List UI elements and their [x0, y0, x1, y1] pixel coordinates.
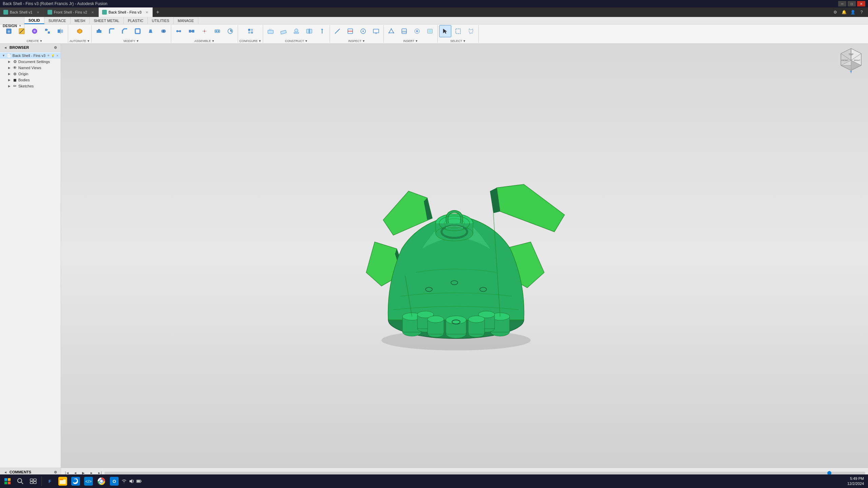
origin-expand[interactable]: ▶: [7, 72, 12, 76]
tab-account-button[interactable]: 👤: [849, 8, 856, 16]
tab-close-btn[interactable]: ✕: [36, 10, 40, 15]
assemble-group-label[interactable]: ASSEMBLE ▼: [194, 39, 214, 43]
draft-button[interactable]: [144, 25, 157, 37]
comments-settings-btn[interactable]: ⚙: [53, 469, 58, 475]
tree-root-item[interactable]: ▼ 📄 Back Shell - Fins v3 👁 💡 ✕: [0, 53, 61, 59]
rigid-group-button[interactable]: [211, 25, 223, 37]
vis-close[interactable]: ✕: [55, 54, 59, 58]
decal-button[interactable]: [411, 25, 423, 37]
configure-button[interactable]: [244, 25, 257, 37]
derive-button[interactable]: [41, 25, 54, 37]
menu-tab-plastic[interactable]: PLASTIC: [124, 17, 148, 24]
bodies-expand[interactable]: ▶: [7, 78, 12, 82]
tree-origin[interactable]: ▶ ⊕ Origin: [0, 71, 61, 77]
taskbar-app-chrome[interactable]: [95, 475, 107, 487]
menu-tab-utilities[interactable]: UTILITIES: [148, 17, 174, 24]
systray-wifi-icon[interactable]: [121, 478, 127, 484]
viewport[interactable]: TOP FRONT RIGHT: [61, 43, 868, 468]
root-expand[interactable]: ▼: [1, 53, 6, 58]
insert-svg-button[interactable]: SVG: [398, 25, 410, 37]
window-select-button[interactable]: [452, 25, 464, 37]
tab-close-btn-2[interactable]: ✕: [90, 10, 95, 15]
tab-close-btn-3[interactable]: ✕: [144, 10, 149, 15]
tab-front-shell[interactable]: Front Shell - Fins v2 ✕: [44, 7, 99, 17]
insert-group-label[interactable]: INSERT ▼: [403, 39, 418, 43]
tab-notification-button[interactable]: 🔔: [840, 8, 848, 16]
plane-at-angle-button[interactable]: [277, 25, 290, 37]
create-form-button[interactable]: [28, 25, 41, 37]
canvas-button[interactable]: [424, 25, 436, 37]
new-tab-button[interactable]: +: [153, 7, 162, 17]
view-cube[interactable]: TOP FRONT RIGHT: [837, 47, 865, 74]
midplane-button[interactable]: [303, 25, 315, 37]
press-pull-button[interactable]: [93, 25, 105, 37]
offset-plane-button[interactable]: [264, 25, 277, 37]
menu-tab-manage[interactable]: MANAGE: [174, 17, 198, 24]
new-component-button[interactable]: ⊕: [3, 25, 15, 37]
combine-button[interactable]: [157, 25, 170, 37]
tree-named-views[interactable]: ▶ 👁 Named Views: [0, 65, 61, 71]
create-sketch-button[interactable]: [16, 25, 28, 37]
joint-button[interactable]: [173, 25, 185, 37]
tree-bodies[interactable]: ▶ ◼ Bodies: [0, 77, 61, 83]
taskbar-app-edge[interactable]: [70, 475, 82, 487]
select-group-label[interactable]: SELECT ▼: [450, 39, 466, 43]
automate-button[interactable]: ⚡: [74, 25, 86, 37]
close-button[interactable]: ✕: [857, 1, 865, 6]
menu-tab-solid[interactable]: SOLID: [24, 17, 44, 24]
motion-study-button[interactable]: [224, 25, 236, 37]
maximize-button[interactable]: □: [848, 1, 856, 6]
tree-sketches[interactable]: ▶ ✏ Sketches: [0, 83, 61, 89]
select-button[interactable]: [439, 25, 451, 37]
tangent-plane-button[interactable]: [290, 25, 302, 37]
shell-button[interactable]: [132, 25, 144, 37]
construct-group-label[interactable]: CONSTRUCT ▼: [285, 39, 308, 43]
as-built-joint-button[interactable]: [185, 25, 198, 37]
section-analysis-button[interactable]: [344, 25, 356, 37]
tree-doc-settings[interactable]: ▶ ⚙ Document Settings: [0, 59, 61, 65]
display-settings-button[interactable]: [370, 25, 382, 37]
menu-tab-sheet-metal[interactable]: SHEET METAL: [90, 17, 123, 24]
create-group-label[interactable]: CREATE ▼: [27, 39, 43, 43]
configure-group-label[interactable]: CONFIGURE ▼: [239, 39, 261, 43]
views-expand[interactable]: ▶: [7, 65, 12, 70]
search-button[interactable]: [14, 475, 26, 487]
free-select-button[interactable]: [465, 25, 477, 37]
systray-volume-icon[interactable]: [129, 478, 135, 484]
axis-button[interactable]: [316, 25, 328, 37]
tab-settings-button[interactable]: ⚙: [831, 8, 839, 16]
start-button[interactable]: [1, 475, 14, 487]
inspect-group-label[interactable]: INSPECT ▼: [348, 39, 365, 43]
vis-eye[interactable]: 👁: [46, 54, 51, 58]
mirror-button[interactable]: [54, 25, 66, 37]
chamfer-button[interactable]: [119, 25, 131, 37]
tab-back-shell-v1[interactable]: Back Shell v1 ✕: [0, 7, 44, 17]
task-view-button[interactable]: [27, 475, 39, 487]
taskbar-app-outlook[interactable]: O: [108, 475, 120, 487]
joint-origin-button[interactable]: [198, 25, 211, 37]
tab-back-shell-fins[interactable]: Back Shell - Fins v3 ✕: [99, 7, 153, 17]
taskbar-app-fusion[interactable]: F: [44, 475, 56, 487]
fillet-button[interactable]: [106, 25, 118, 37]
window-controls[interactable]: ─ □ ✕: [838, 1, 865, 6]
sketches-expand[interactable]: ▶: [7, 84, 12, 88]
comments-collapse-btn[interactable]: ◄: [3, 469, 8, 475]
minimize-button[interactable]: ─: [838, 1, 846, 6]
taskbar-time[interactable]: 5:49 PM 12/2/2024: [847, 476, 867, 487]
menu-tab-mesh[interactable]: MESH: [71, 17, 90, 24]
browser-collapse-btn[interactable]: ◄: [3, 45, 8, 50]
doc-expand[interactable]: ▶: [7, 59, 12, 64]
taskbar-app-file-explorer[interactable]: [57, 475, 69, 487]
menu-tab-surface[interactable]: SURFACE: [44, 17, 71, 24]
modify-group-label[interactable]: MODIFY ▼: [123, 39, 139, 43]
vis-light[interactable]: 💡: [51, 54, 55, 58]
center-of-mass-button[interactable]: [357, 25, 369, 37]
automate-group-label[interactable]: AUTOMATE ▼: [70, 39, 90, 43]
tab-help-button[interactable]: ?: [858, 8, 865, 16]
timeline-track[interactable]: [104, 472, 865, 474]
browser-settings-btn[interactable]: ⚙: [53, 45, 58, 50]
insert-mesh-button[interactable]: [385, 25, 397, 37]
systray-battery-icon[interactable]: [136, 478, 142, 484]
taskbar-app-vscode[interactable]: </>: [82, 475, 95, 487]
measure-button[interactable]: [331, 25, 343, 37]
